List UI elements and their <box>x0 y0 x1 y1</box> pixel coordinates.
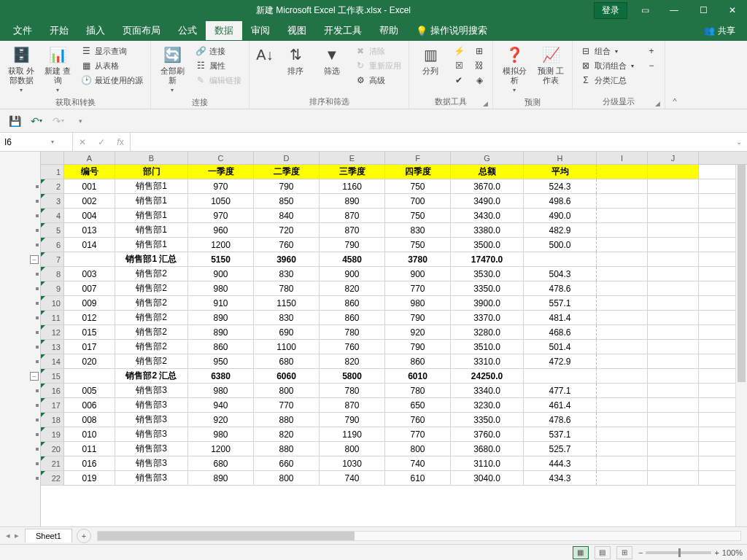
outline-collapse-button[interactable]: − <box>30 372 39 381</box>
cell[interactable]: 790 <box>385 340 451 354</box>
cell[interactable]: 690 <box>254 325 320 339</box>
cell[interactable] <box>648 456 699 470</box>
row-header[interactable]: 14 <box>41 354 64 368</box>
cell[interactable] <box>524 369 597 383</box>
tab-help[interactable]: 帮助 <box>371 21 407 40</box>
cell[interactable]: 860 <box>385 354 451 368</box>
cell[interactable]: 461.4 <box>524 398 597 412</box>
cell[interactable] <box>597 223 648 237</box>
cell[interactable]: 680 <box>188 456 254 470</box>
cell[interactable]: 830 <box>254 311 320 324</box>
connections-button[interactable]: 🔗连接 <box>192 44 244 58</box>
cell[interactable]: 800 <box>254 384 320 397</box>
properties-button[interactable]: ☷属性 <box>192 59 244 72</box>
login-button[interactable]: 登录 <box>594 2 627 19</box>
cell[interactable] <box>597 413 648 427</box>
tab-view[interactable]: 视图 <box>279 21 315 40</box>
cell[interactable] <box>597 456 648 470</box>
cell[interactable]: 610 <box>385 471 451 485</box>
cell[interactable]: 011 <box>64 442 115 456</box>
cell[interactable] <box>648 325 699 339</box>
cell[interactable]: 970 <box>188 179 254 193</box>
cell[interactable] <box>597 427 648 441</box>
zoom-level[interactable]: 100% <box>722 548 743 557</box>
cell[interactable]: 940 <box>188 398 254 412</box>
cell[interactable]: 6010 <box>385 369 451 383</box>
cell[interactable]: 5800 <box>320 369 385 383</box>
row-header[interactable]: 7 <box>41 252 64 266</box>
cell[interactable]: 920 <box>385 325 451 339</box>
cell[interactable]: 790 <box>254 179 320 193</box>
cell[interactable]: 800 <box>320 442 385 456</box>
cell[interactable] <box>597 179 648 193</box>
row-header[interactable]: 22 <box>41 471 64 485</box>
cell[interactable] <box>597 267 648 281</box>
row-header[interactable]: 1 <box>41 165 64 179</box>
cell[interactable]: 890 <box>320 194 385 208</box>
cell[interactable]: 481.4 <box>524 311 597 324</box>
cell[interactable]: 860 <box>320 311 385 324</box>
cell[interactable]: 477.1 <box>524 384 597 397</box>
cell[interactable]: 900 <box>320 267 385 281</box>
cell[interactable] <box>597 340 648 354</box>
close-button[interactable]: ✕ <box>718 0 747 20</box>
cell[interactable]: 005 <box>64 384 115 397</box>
cell[interactable]: 830 <box>385 223 451 237</box>
column-header[interactable]: A <box>64 152 115 164</box>
cell[interactable]: 760 <box>254 238 320 252</box>
flash-fill-button[interactable]: ⚡ <box>450 44 468 58</box>
cell[interactable]: 720 <box>254 223 320 237</box>
cell[interactable]: 780 <box>385 384 451 397</box>
cell[interactable]: 700 <box>385 194 451 208</box>
add-sheet-button[interactable]: + <box>77 529 91 543</box>
cell[interactable]: 5150 <box>188 252 254 266</box>
sort-asc-button[interactable]: A↓ <box>254 43 276 66</box>
cell[interactable]: 3760.0 <box>451 427 524 441</box>
cell[interactable]: 四季度 <box>385 165 451 179</box>
column-header[interactable]: C <box>188 152 254 164</box>
recent-sources-button[interactable]: 🕑最近使用的源 <box>77 74 146 87</box>
expand-formula-bar-button[interactable]: ⌄ <box>731 133 747 151</box>
cell[interactable]: 销售部1 <box>115 194 188 208</box>
cell[interactable]: 006 <box>64 398 115 412</box>
cell[interactable] <box>648 427 699 441</box>
cell[interactable]: 760 <box>385 413 451 427</box>
column-header[interactable]: F <box>385 152 451 164</box>
cell[interactable]: 870 <box>320 223 385 237</box>
cell[interactable]: 790 <box>320 413 385 427</box>
cell[interactable]: 860 <box>320 296 385 310</box>
tab-nav-first[interactable]: ◂ <box>4 531 12 540</box>
show-detail-button[interactable]: + <box>643 44 660 58</box>
reapply-button[interactable]: ↻重新应用 <box>352 59 404 72</box>
cell[interactable]: 820 <box>320 281 385 295</box>
row-header[interactable]: 21 <box>41 456 64 470</box>
grid[interactable]: ABCDEFGHIJ 1编号部门一季度二季度三季度四季度总额平均2001销售部1… <box>41 152 747 526</box>
cell[interactable]: 销售部2 <box>115 296 188 310</box>
refresh-all-button[interactable]: 🔄全部刷新▾ <box>155 43 189 96</box>
cell[interactable]: 销售部3 <box>115 456 188 470</box>
cell[interactable]: 3350.0 <box>451 413 524 427</box>
cell[interactable]: 3500.0 <box>451 238 524 252</box>
whatif-button[interactable]: ❓模拟分析▾ <box>498 43 531 96</box>
cell[interactable] <box>597 325 648 339</box>
cell[interactable]: 750 <box>385 209 451 222</box>
formula-input[interactable] <box>135 137 727 147</box>
show-queries-button[interactable]: ☰显示查询 <box>77 44 146 58</box>
cell[interactable]: 020 <box>64 354 115 368</box>
hide-detail-button[interactable]: − <box>643 59 660 72</box>
dialog-launcher-icon[interactable]: ◢ <box>655 100 660 107</box>
cell[interactable]: 008 <box>64 413 115 427</box>
cell[interactable] <box>597 384 648 397</box>
maximize-button[interactable]: ☐ <box>689 0 718 20</box>
cell[interactable]: 498.6 <box>524 194 597 208</box>
undo-button[interactable]: ↶▾ <box>28 112 45 130</box>
cell[interactable] <box>64 369 115 383</box>
cell[interactable]: 销售部2 <box>115 340 188 354</box>
column-header[interactable]: I <box>597 152 648 164</box>
cell[interactable] <box>597 311 648 324</box>
cell[interactable]: 销售部2 <box>115 325 188 339</box>
cell[interactable]: 1200 <box>188 442 254 456</box>
cell[interactable]: 980 <box>385 296 451 310</box>
get-external-data-button[interactable]: 🗄️获取 外部数据▾ <box>4 43 38 96</box>
cell[interactable]: 900 <box>385 267 451 281</box>
